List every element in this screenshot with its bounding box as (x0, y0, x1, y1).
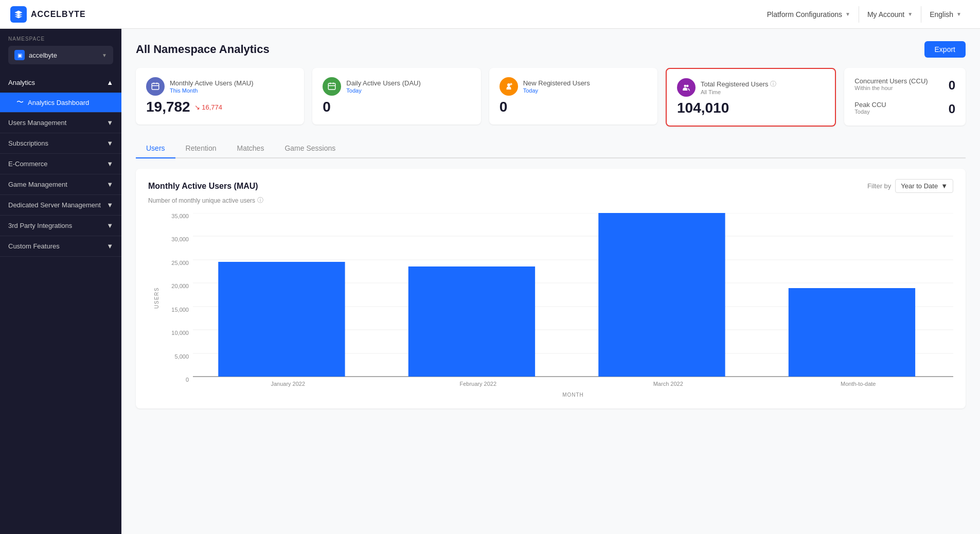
ccu-concurrent-labels: Concurrent Users (CCU) Within the hour (854, 77, 928, 91)
dau-sublabel: Today (346, 87, 420, 94)
analytics-chevron-icon: ▲ (106, 79, 113, 86)
my-account-dropdown[interactable]: My Account ▼ (859, 6, 921, 23)
sidebar-section-header-third-party[interactable]: 3rd Party Integrations ▼ (0, 216, 121, 236)
tab-matches[interactable]: Matches (227, 139, 275, 158)
my-account-label: My Account (867, 10, 904, 19)
dedicated-server-label: Dedicated Server Management (8, 201, 101, 209)
svg-rect-4 (329, 83, 336, 90)
ecommerce-chevron-icon: ▼ (106, 160, 113, 168)
third-party-chevron-icon: ▼ (106, 222, 113, 229)
dau-value: 0 (323, 99, 470, 115)
sidebar-section-header-users[interactable]: Users Management ▼ (0, 113, 121, 133)
sidebar-section-dedicated-server: Dedicated Server Management ▼ (0, 195, 121, 216)
peak-ccu-value: 0 (949, 102, 955, 116)
platform-config-chevron: ▼ (845, 11, 850, 17)
game-chevron-icon: ▼ (106, 181, 113, 188)
analytics-section-label: Analytics (8, 79, 35, 86)
svg-point-12 (686, 85, 689, 87)
sidebar-section-header-game[interactable]: Game Management ▼ (0, 174, 121, 194)
tru-sublabel: All Time (701, 89, 777, 95)
svg-rect-0 (152, 83, 159, 90)
nav-right: Platform Configurations ▼ My Account ▼ E… (759, 6, 970, 23)
ecommerce-label: E-Commerce (8, 160, 48, 168)
tru-icon (677, 78, 696, 97)
x-label-group-feb: February 2022 (383, 381, 574, 387)
sidebar-section-third-party: 3rd Party Integrations ▼ (0, 216, 121, 236)
bar-march (598, 213, 725, 377)
x-label-january: January 2022 (271, 381, 305, 387)
y-label-25000: 25,000 (171, 260, 193, 266)
ccu-concurrent-group: Concurrent Users (CCU) Within the hour 0 (854, 77, 955, 93)
users-management-label: Users Management (8, 119, 66, 127)
mau-trend: ↘ 16,774 (194, 103, 222, 111)
peak-ccu-labels: Peak CCU Today (854, 101, 886, 115)
x-label-group-mar: March 2022 (573, 381, 763, 387)
y-label-30000: 30,000 (171, 236, 193, 242)
metric-card-header-mau: Monthly Active Users (MAU) This Month (146, 77, 294, 96)
sidebar-section-header-custom-features[interactable]: Custom Features ▼ (0, 236, 121, 256)
sidebar-section-users: Users Management ▼ (0, 113, 121, 133)
namespace-selector[interactable]: ▣ accelbyte ▼ (8, 46, 113, 64)
metric-card-tru: Total Registered Users ⓘ All Time 104,01… (666, 68, 836, 127)
page-title: All Namespace Analytics (136, 43, 270, 56)
y-axis-values: 35,000 30,000 25,000 20,000 15,000 10,00… (165, 213, 193, 398)
bar-february (408, 266, 535, 377)
dau-icon (323, 77, 341, 96)
nru-label-group: New Registered Users Today (523, 79, 590, 94)
logo-text: ACCELBYTE (31, 10, 86, 19)
mau-label-group: Monthly Active Users (MAU) This Month (170, 79, 254, 94)
sidebar-section-header-subscriptions[interactable]: Subscriptions ▼ (0, 133, 121, 153)
y-axis-title-col: USERS (148, 213, 165, 398)
users-chevron-icon: ▼ (106, 119, 113, 127)
sidebar-section-header-ecommerce[interactable]: E-Commerce ▼ (0, 154, 121, 174)
sidebar-section-game: Game Management ▼ (0, 174, 121, 195)
tru-label-group: Total Registered Users ⓘ All Time (701, 80, 777, 95)
ccu-label: Concurrent Users (CCU) (854, 77, 928, 85)
tab-retention[interactable]: Retention (175, 139, 227, 158)
sidebar-section-header-analytics[interactable]: Analytics ▲ (0, 73, 121, 93)
language-dropdown[interactable]: English ▼ (921, 6, 970, 23)
filter-select[interactable]: Year to Date ▼ (895, 179, 953, 193)
filter-value: Year to Date (901, 182, 938, 190)
namespace-icon: ▣ (14, 50, 25, 60)
tab-users[interactable]: Users (136, 139, 175, 158)
sidebar-item-analytics-dashboard[interactable]: 〜 Analytics Dashboard (0, 93, 121, 112)
chart-svg (193, 213, 953, 378)
y-label-10000: 10,000 (171, 330, 193, 336)
chart-info-icon[interactable]: ⓘ (257, 196, 263, 205)
logo-area: ACCELBYTE (10, 6, 759, 23)
x-label-group-mtd: Month-to-date (763, 381, 954, 387)
mau-icon (146, 77, 165, 96)
metric-card-nru: New Registered Users Today 0 (489, 68, 657, 124)
logo-icon (10, 6, 27, 23)
tru-info-icon[interactable]: ⓘ (770, 80, 776, 88)
platform-config-label: Platform Configurations (767, 10, 842, 19)
y-label-35000: 35,000 (171, 213, 193, 219)
chart-header: Monthly Active Users (MAU) Filter by Yea… (148, 179, 953, 193)
metric-card-header-tru: Total Registered Users ⓘ All Time (677, 78, 825, 97)
platform-config-dropdown[interactable]: Platform Configurations ▼ (759, 6, 859, 23)
nru-sublabel: Today (523, 87, 590, 94)
chart-subtitle: Number of monthly unique active users ⓘ (148, 196, 953, 205)
my-account-chevron: ▼ (907, 11, 913, 17)
sidebar-section-header-dedicated-server[interactable]: Dedicated Server Management ▼ (0, 195, 121, 215)
dau-label-group: Daily Active Users (DAU) Today (346, 79, 420, 94)
nru-icon (500, 77, 518, 96)
namespace-chevron-icon: ▼ (102, 52, 107, 58)
tab-game-sessions[interactable]: Game Sessions (274, 139, 346, 158)
sidebar-section-custom-features: Custom Features ▼ (0, 236, 121, 257)
ccu-sublabel: Within the hour (854, 85, 928, 91)
subscriptions-chevron-icon: ▼ (106, 139, 113, 147)
custom-features-chevron-icon: ▼ (106, 242, 113, 250)
game-management-label: Game Management (8, 181, 67, 188)
ccu-panel: Concurrent Users (CCU) Within the hour 0… (844, 68, 966, 126)
dashboard-icon: 〜 (16, 98, 24, 107)
bar-january (218, 262, 345, 377)
chart-title: Monthly Active Users (MAU) (148, 182, 258, 191)
mau-value-row: 19,782 ↘ 16,774 (146, 99, 294, 115)
export-button[interactable]: Export (924, 41, 966, 58)
content-area: All Namespace Analytics Export Monthly A… (121, 29, 980, 534)
tru-label-row: Total Registered Users ⓘ (701, 80, 777, 88)
peak-ccu-sublabel: Today (854, 109, 886, 115)
metrics-row: Monthly Active Users (MAU) This Month 19… (136, 68, 966, 127)
